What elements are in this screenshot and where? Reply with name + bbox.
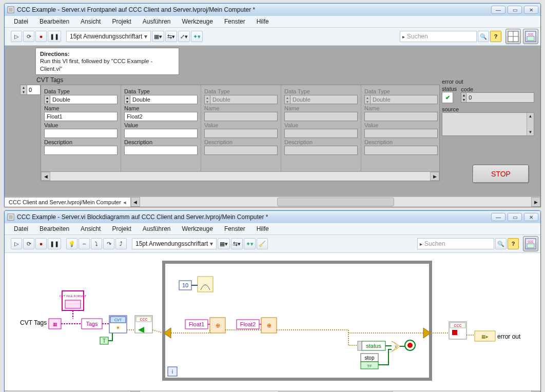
array-index-control[interactable]: ▲▼ xyxy=(20,85,41,95)
step-over-button[interactable]: ↷ xyxy=(103,238,114,249)
help-button[interactable]: ? xyxy=(508,238,519,249)
menu-datei[interactable]: Datei xyxy=(9,17,33,26)
block-diagram-area[interactable]: i 10 CVT Tags ▦ CVT FILE FORMAT xyxy=(5,253,540,390)
source-scrollbar[interactable]: ▲▼ xyxy=(527,113,534,135)
chevron-left-icon: ◂ xyxy=(123,199,126,206)
menu-projekt[interactable]: Projekt xyxy=(107,17,136,26)
menu-ansicht[interactable]: Ansicht xyxy=(75,224,106,233)
menu-ansicht[interactable]: Ansicht xyxy=(75,17,106,26)
run-continuous-button[interactable]: ⟳ xyxy=(23,238,34,249)
reorder-button[interactable]: ✦▾ xyxy=(244,238,256,249)
run-button[interactable]: ▷ xyxy=(11,238,22,249)
description-field[interactable] xyxy=(124,146,198,155)
vi-icon-button[interactable]: CCC xyxy=(523,29,538,44)
font-selector[interactable]: 15pt Anwendungsschriftart ▾ xyxy=(66,31,151,42)
connector-pane-button[interactable] xyxy=(505,29,521,44)
retain-wire-button[interactable]: ⎓ xyxy=(79,238,90,249)
tag-card: Data Type▲▼DoubleNameFloat2ValueDescript… xyxy=(121,85,201,171)
description-label: Description xyxy=(284,139,358,145)
value-field[interactable] xyxy=(124,129,198,138)
distribute-button[interactable]: ⇆▾ xyxy=(165,31,177,42)
vi-icon-button[interactable]: CCC xyxy=(523,236,538,251)
name-label: Name xyxy=(204,105,278,111)
description-field[interactable] xyxy=(44,146,118,155)
titlebar[interactable]: CCC Example - Server.vi Frontpanel auf C… xyxy=(5,4,540,16)
description-label: Description xyxy=(204,139,278,145)
index-value[interactable] xyxy=(27,85,41,95)
search-icon[interactable]: 🔍 xyxy=(495,238,507,249)
array-hscrollbar[interactable]: ◀ ▶ xyxy=(41,171,439,181)
menu-bearbeiten[interactable]: Bearbeiten xyxy=(34,17,74,26)
cleanup-button[interactable]: 🧹 xyxy=(257,238,268,249)
menu-werkzeuge[interactable]: Werkzeuge xyxy=(177,224,218,233)
tag-card: Data Type▲▼DoubleNameValueDescription xyxy=(361,85,440,171)
font-selector[interactable]: 15pt Anwendungsschriftart ▾ xyxy=(132,238,217,249)
maximize-button[interactable]: ▭ xyxy=(508,6,522,14)
name-label: Name xyxy=(44,105,118,111)
search-input[interactable]: ▸ Suchen xyxy=(417,238,494,249)
svg-text:T: T xyxy=(103,338,106,344)
datatype-select[interactable]: ▲▼Double xyxy=(44,95,118,104)
scroll-right-button[interactable]: ▶ xyxy=(430,172,439,181)
menu-fenster[interactable]: Fenster xyxy=(219,224,250,233)
error-wire xyxy=(127,330,475,345)
step-out-button[interactable]: ⤴ xyxy=(115,238,127,249)
right-icons: CCC xyxy=(505,29,538,44)
align-button[interactable]: ▦▾ xyxy=(152,31,164,42)
menu-ausfuehren[interactable]: Ausführen xyxy=(138,224,176,233)
run-button[interactable]: ▷ xyxy=(11,31,22,42)
cvt-tags-label: CVT Tags xyxy=(36,76,63,84)
titlebar[interactable]: CCC Example - Server.vi Blockdiagramm au… xyxy=(5,211,540,223)
name-field[interactable]: Float1 xyxy=(44,112,118,121)
stop-button[interactable]: STOP xyxy=(473,165,529,183)
project-path[interactable]: CCC Client and Server.lvproj/Mein Comput… xyxy=(5,197,131,207)
name-field[interactable]: Float2 xyxy=(124,112,198,121)
search-input[interactable]: ▸ Suchen xyxy=(400,31,477,42)
step-into-button[interactable]: ⤵ xyxy=(91,238,102,249)
menu-hilfe[interactable]: Hilfe xyxy=(251,224,274,233)
datatype-select[interactable]: ▲▼Double xyxy=(124,95,198,104)
maximize-button[interactable]: ▭ xyxy=(508,213,522,221)
value-label: Value xyxy=(44,122,118,128)
resize-button[interactable]: ⤢▾ xyxy=(178,31,190,42)
menu-bearbeiten[interactable]: Bearbeiten xyxy=(34,224,74,233)
close-button[interactable]: ✕ xyxy=(524,213,538,221)
index-spinner[interactable]: ▲▼ xyxy=(20,85,27,95)
svg-text:TF: TF xyxy=(367,364,372,368)
menu-werkzeuge[interactable]: Werkzeuge xyxy=(177,17,218,26)
abort-button[interactable]: ● xyxy=(35,31,47,42)
search-history-icon: ▸ xyxy=(420,241,422,247)
close-button[interactable]: ✕ xyxy=(524,6,538,14)
value-label: Value xyxy=(204,122,278,128)
help-button[interactable]: ? xyxy=(490,31,501,42)
abort-button[interactable]: ● xyxy=(35,238,47,249)
distribute-button[interactable]: ⇆▾ xyxy=(231,238,243,249)
window-title: CCC Example - Server.vi Blockdiagramm au… xyxy=(17,213,491,221)
search-icon[interactable]: 🔍 xyxy=(478,31,489,42)
panel-hscrollbar[interactable]: ◀▶ xyxy=(131,197,540,207)
or-node: V xyxy=(392,341,400,351)
menu-ausfuehren[interactable]: Ausführen xyxy=(138,17,176,26)
reorder-button[interactable]: ✦▾ xyxy=(191,31,203,42)
loop-condition-terminal xyxy=(405,340,415,350)
svg-text:CVT FILE FORMAT: CVT FILE FORMAT xyxy=(60,295,87,298)
minimize-button[interactable]: — xyxy=(491,6,505,14)
menu-projekt[interactable]: Projekt xyxy=(107,224,136,233)
pause-button[interactable]: ❚❚ xyxy=(48,238,61,249)
svg-text:CVT: CVT xyxy=(114,318,122,322)
menu-hilfe[interactable]: Hilfe xyxy=(251,17,274,26)
pause-button[interactable]: ❚❚ xyxy=(48,31,61,42)
menu-datei[interactable]: Datei xyxy=(9,224,33,233)
scroll-track[interactable] xyxy=(50,172,430,181)
scroll-left-button[interactable]: ◀ xyxy=(41,172,50,181)
minimize-button[interactable]: — xyxy=(491,213,505,221)
description-field xyxy=(284,146,358,155)
value-field[interactable] xyxy=(44,129,118,138)
highlight-exec-button[interactable]: 💡 xyxy=(66,238,77,249)
align-button[interactable]: ▦▾ xyxy=(218,238,230,249)
menu-fenster[interactable]: Fenster xyxy=(219,17,250,26)
value-label: Value xyxy=(124,122,198,128)
font-label: 15pt Anwendungsschriftart xyxy=(135,240,208,247)
svg-text:Float2: Float2 xyxy=(240,321,256,327)
run-continuous-button[interactable]: ⟳ xyxy=(23,31,34,42)
